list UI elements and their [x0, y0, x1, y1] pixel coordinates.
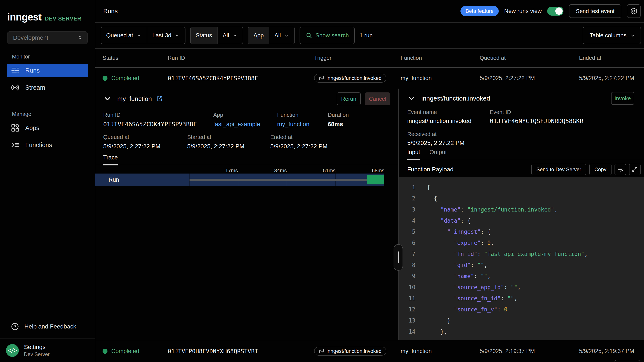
nav-section-monitor: Monitor	[12, 54, 88, 60]
app-window: inngest DEV SERVER Development Monitor R…	[0, 0, 644, 362]
tabs-divider	[399, 159, 644, 159]
functions-icon	[11, 141, 20, 149]
sidebar: inngest DEV SERVER Development Monitor R…	[0, 0, 95, 362]
send-test-event-button[interactable]: Send test event	[569, 4, 621, 18]
payload-code-editor[interactable]: 1[2 {3 "name": "inngest/function.invoked…	[399, 177, 644, 340]
ended-at-label: Ended at	[270, 134, 328, 141]
new-runs-view-label: New runs view	[504, 8, 542, 14]
table-columns-button[interactable]: Table columns	[583, 27, 641, 44]
ended-at-value: 5/9/2025, 2:27:22 PM	[270, 143, 328, 150]
word-wrap-button[interactable]	[614, 164, 626, 175]
function-link[interactable]: my_function	[277, 121, 310, 128]
sidebar-item-apps[interactable]: Apps	[7, 121, 88, 135]
logo: inngest DEV SERVER	[0, 0, 95, 23]
app-filter-value[interactable]: All	[269, 27, 294, 44]
payload-tabs: Input Output	[407, 149, 447, 160]
field-received-at: Received at 5/9/2025, 2:27:22 PM	[407, 131, 464, 146]
trigger-pill[interactable]: inngest/function.invoked	[314, 74, 386, 83]
collapse-chevron-icon[interactable]	[407, 94, 416, 103]
app-link[interactable]: fast_api_example	[213, 121, 260, 128]
sidebar-item-label: Runs	[25, 67, 40, 74]
settings-button[interactable]: </> Settings Dev Server	[0, 339, 95, 362]
time-range-filter[interactable]: Last 3d	[147, 27, 185, 44]
external-link-icon[interactable]	[156, 95, 163, 102]
settings-gear-button[interactable]	[627, 4, 640, 18]
queued-at-filter[interactable]: Queued at	[101, 27, 147, 44]
run-detail-header: my_function Rerun Cancel	[103, 92, 390, 106]
sidebar-item-stream[interactable]: Stream	[7, 81, 88, 94]
run-id: 01JTVEP0H8EVDNYXH68QRSTVBT	[168, 348, 314, 355]
status-filter-value[interactable]: All	[217, 27, 243, 44]
run-status: Completed	[102, 75, 168, 82]
settings-title: Settings	[24, 344, 50, 351]
rerun-button[interactable]: Rerun	[337, 92, 361, 105]
run-count: 1 run	[360, 32, 373, 39]
gear-icon	[630, 7, 638, 15]
settings-text: Settings Dev Server	[24, 344, 50, 357]
show-search-label: Show search	[316, 32, 349, 39]
table-row[interactable]: Completed 01JTVEP0H8EVDNYXH68QRSTVBT inn…	[95, 340, 644, 362]
collapse-chevron-icon[interactable]	[103, 95, 112, 103]
status-filter-label: Status	[190, 27, 217, 44]
trace-run-row[interactable]: Run	[95, 174, 384, 186]
trigger-pill[interactable]: inngest/function.invoked	[314, 347, 386, 356]
tab-trace[interactable]: Trace	[103, 154, 118, 166]
column-header-run-id[interactable]: Run ID	[168, 55, 314, 61]
column-header-trigger[interactable]: Trigger	[314, 55, 401, 61]
pane-resize-handle[interactable]	[394, 244, 403, 271]
ended-at-value: 5/9/2025, 2:27:22 PM	[579, 75, 644, 82]
invoke-button[interactable]: Invoke	[611, 92, 634, 105]
chevron-down-icon	[630, 33, 636, 38]
payload-code-lines: 1[2 {3 "name": "inngest/function.invoked…	[399, 182, 644, 337]
run-detail-pane: my_function Rerun Cancel Run ID 01JTVF46…	[95, 89, 398, 340]
expanded-run-detail: my_function Rerun Cancel Run ID 01JTVF46…	[95, 89, 644, 340]
tab-output[interactable]: Output	[430, 149, 447, 160]
filter-bar: Queued at Last 3d Status All App All	[95, 23, 644, 49]
run-status: Completed	[102, 348, 168, 355]
partially-visible-button[interactable]	[614, 360, 640, 362]
chevron-down-icon	[136, 33, 142, 38]
environment-select[interactable]: Development	[7, 31, 88, 44]
run-id-label: Run ID	[103, 112, 197, 118]
sidebar-nav: Monitor Runs Stream Manage Apps Function…	[0, 54, 95, 322]
event-id-label: Event ID	[490, 109, 583, 116]
event-header: inngest/function.invoked Invoke	[407, 92, 634, 105]
table-columns-label: Table columns	[590, 32, 626, 39]
cancel-button[interactable]: Cancel	[365, 92, 390, 105]
expand-icon	[632, 166, 638, 173]
sidebar-item-functions[interactable]: Functions	[7, 138, 88, 152]
queued-at-value: 5/9/2025, 2:27:22 PM	[103, 143, 160, 150]
duration-value: 68ms	[328, 121, 349, 128]
trace-tick-68ms: 68ms	[359, 168, 384, 174]
column-header-status[interactable]: Status	[102, 55, 168, 61]
column-header-function[interactable]: Function	[401, 55, 480, 61]
status-dot-completed	[102, 76, 108, 81]
status-label: Completed	[111, 348, 139, 355]
trace-tick-17ms: 17ms	[212, 168, 238, 174]
received-at-value: 5/9/2025, 2:27:22 PM	[407, 140, 464, 146]
send-to-dev-server-button[interactable]: Send to Dev Server	[532, 164, 586, 175]
sidebar-item-runs[interactable]: Runs	[7, 64, 88, 77]
runs-table-header: Status Run ID Trigger Function Queued at…	[95, 49, 644, 68]
field-app: App fast_api_example	[213, 112, 260, 128]
help-and-feedback-button[interactable]: Help and Feedback	[0, 322, 95, 339]
trace-execution-bar	[367, 175, 384, 184]
tab-input[interactable]: Input	[407, 149, 420, 160]
nav-gap	[7, 98, 88, 111]
column-header-ended-at[interactable]: Ended at	[579, 55, 644, 61]
copy-button[interactable]: Copy	[589, 164, 612, 175]
event-squares-icon	[319, 75, 324, 81]
nav-section-manage: Manage	[12, 111, 88, 117]
sidebar-bottom: Help and Feedback </> Settings Dev Serve…	[0, 322, 95, 362]
table-row[interactable]: Completed 01JTVF46SA5ZCDK4YPFSPV3B8F inn…	[95, 68, 644, 89]
expand-button[interactable]	[629, 164, 640, 175]
field-event-name: Event name inngest/function.invoked	[407, 109, 471, 124]
run-id: 01JTVF46SA5ZCDK4YPFSPV3B8F	[168, 75, 314, 82]
top-bar: Runs Beta feature New runs view Send tes…	[95, 0, 644, 23]
event-detail-pane: inngest/function.invoked Invoke Event na…	[398, 89, 644, 340]
new-runs-view-toggle[interactable]	[547, 7, 564, 15]
main-content: Runs Beta feature New runs view Send tes…	[95, 0, 644, 362]
show-search-button[interactable]: Show search	[300, 27, 355, 44]
column-header-queued-at[interactable]: Queued at	[480, 55, 579, 61]
runs-icon	[11, 66, 20, 75]
